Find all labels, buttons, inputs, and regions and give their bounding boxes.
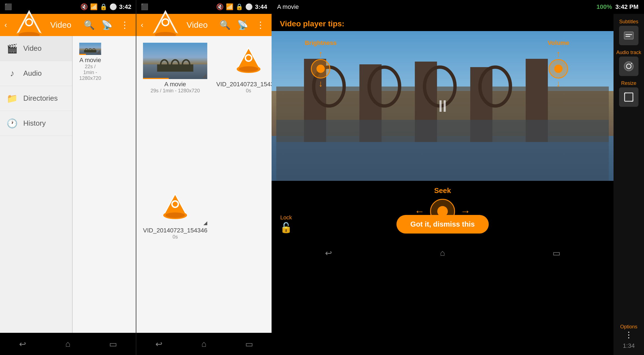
audio-track-icon [619, 57, 638, 76]
thumb-indicator-1 [96, 50, 100, 54]
player-status-time: 3:42 PM [615, 3, 638, 11]
audio-track-label: Audio track [616, 50, 641, 55]
player-video-area[interactable]: ⏸ Brightness ↑ ↓ Volume [272, 31, 614, 181]
volume-tip: Volume ↑ ↓ [548, 39, 569, 89]
status-icons-left-2: ⬛ [141, 3, 148, 11]
vlc-cone-thumb-p2-3 [143, 189, 207, 225]
history-nav-icon: 🕐 [7, 118, 18, 129]
player-status-bar: A movie 100% 3:42 PM [272, 0, 644, 14]
player-controls-right: Subtitles Audio track [614, 14, 644, 355]
sidebar-item-audio[interactable]: ♪ Audio [0, 61, 72, 86]
search-button-2[interactable]: 🔍 [218, 18, 232, 32]
dismiss-button[interactable]: Got it, dismiss this [397, 215, 489, 234]
tips-header: Video player tips: [272, 14, 614, 31]
search-button-1[interactable]: 🔍 [83, 18, 96, 32]
recents-nav-1[interactable]: ▭ [102, 333, 124, 355]
screen-icon-2: ⬛ [141, 3, 148, 11]
svg-point-29 [165, 212, 185, 218]
video-thumb-1 [79, 43, 101, 55]
volume-up-arrow: ↑ [556, 49, 561, 59]
wifi-icon: 📶 [90, 3, 98, 11]
seek-section: Seek ← → Lock 🔓 Got it, dismiss this [272, 181, 614, 242]
svg-point-23 [239, 66, 258, 72]
video-card-p2-2[interactable]: VID_20140723_154322 0s [214, 40, 272, 182]
bridge-svg-p2-1 [143, 54, 207, 72]
audio-track-control[interactable]: Audio track [616, 50, 641, 76]
back-nav-3[interactable]: ↩ [318, 242, 340, 264]
volume-label: Volume [548, 39, 569, 47]
pause-overlay: ⏸ [434, 97, 451, 116]
subtitles-label: Subtitles [619, 19, 638, 25]
video-title-p2-2: VID_20140723_154322 [216, 81, 272, 88]
sidebar-item-history[interactable]: 🕐 History [0, 111, 72, 136]
brightness-down-arrow: ↓ [318, 78, 323, 89]
brightness-up-arrow: ↑ [318, 49, 323, 59]
panel1-video-content: A movie 22s / 1min - 1280x720 [73, 36, 136, 333]
app-bar-2: ‹ Video 🔍 📡 ⋮ [136, 14, 272, 36]
thumb-indicator-p2-1 [202, 74, 206, 78]
panel2-phone: ⬛ 🔇 📶 🔒 ⚪ 3:44 ‹ Video 🔍 📡 ⋮ [136, 0, 272, 355]
recents-nav-2[interactable]: ▭ [238, 333, 260, 355]
recents-nav-3[interactable]: ▭ [545, 242, 568, 264]
video-card-p2-3[interactable]: VID_20140723_154346 0s [141, 187, 209, 328]
status-icons-right-1: 🔇 📶 🔒 ⚪ 3:42 [80, 3, 131, 11]
panel1-video-grid: A movie 22s / 1min - 1280x720 [73, 36, 136, 88]
battery-percentage: 100% [597, 3, 612, 11]
app-bar-1: ‹ Video 🔍 📡 ⋮ [0, 14, 136, 36]
sidebar-item-directories[interactable]: 📁 Directories [0, 86, 72, 111]
home-nav-2[interactable]: ⌂ [193, 333, 215, 355]
audio-track-svg [623, 61, 634, 72]
back-nav-2[interactable]: ↩ [148, 333, 170, 355]
resize-control[interactable]: Resize [619, 80, 638, 107]
resize-label: Resize [621, 80, 636, 86]
volume-knob [549, 59, 568, 78]
svg-point-31 [173, 202, 178, 207]
subtitles-icon [619, 26, 638, 45]
vlc-cone-thumb-p2-2 [216, 43, 272, 79]
battery-icon: ⚪ [109, 3, 117, 11]
video-meta-p2-2: 0s [246, 88, 251, 94]
subtitles-control[interactable]: Subtitles [619, 19, 638, 45]
options-dots-icon[interactable]: ⋮ [625, 330, 633, 339]
brightness-tip: Brightness ↑ ↓ [305, 39, 337, 89]
directories-nav-icon: 📁 [7, 93, 18, 104]
player-status-right: 100% 3:42 PM [597, 3, 638, 11]
status-time-1: 3:42 [119, 3, 131, 11]
svg-point-5 [27, 20, 32, 25]
video-title-1: A movie [79, 57, 101, 64]
panel1-phone: ⬛ 🔇 📶 🔒 ⚪ 3:42 ‹ Video 🔍 📡 ⋮ [0, 0, 136, 355]
nav-bar-1: ↩ ⌂ ▭ [0, 333, 136, 355]
status-icons-left-1: ⬛ [4, 3, 12, 11]
resize-svg [623, 92, 634, 103]
sidebar-directories-label: Directories [23, 94, 58, 103]
sidebar-audio-label: Audio [23, 69, 42, 78]
battery-icon-2: ⚪ [245, 3, 253, 11]
video-card-p2-1[interactable]: A movie 29s / 1min - 1280x720 [141, 40, 209, 182]
thumb-indicator-p2-3 [203, 221, 207, 225]
sidebar-video-label: Video [23, 44, 42, 53]
home-nav-1[interactable]: ⌂ [57, 333, 79, 355]
sidebar-item-video[interactable]: 🎬 Video [0, 36, 72, 61]
brightness-label: Brightness [305, 39, 337, 47]
menu-button-1[interactable]: ⋮ [118, 18, 131, 32]
svg-point-25 [246, 55, 251, 60]
player-main: Video player tips: [272, 14, 614, 355]
menu-button-2[interactable]: ⋮ [254, 18, 267, 32]
svg-point-15 [163, 20, 168, 25]
video-card-1[interactable]: A movie 22s / 1min - 1280x720 [77, 40, 103, 83]
player-body: Video player tips: [272, 14, 644, 355]
status-icons-right-2: 🔇 📶 🔒 ⚪ 3:44 [216, 3, 267, 11]
cast-button-1[interactable]: 📡 [100, 18, 114, 32]
subtitles-svg [623, 30, 634, 41]
svg-point-46 [624, 62, 633, 71]
home-nav-3[interactable]: ⌂ [431, 242, 454, 264]
video-nav-icon: 🎬 [7, 43, 18, 54]
lock-icon: 🔒 [100, 3, 107, 11]
video-meta-p2-1: 29s / 1min - 1280x720 [150, 88, 200, 94]
brightness-control: ↑ ↓ [311, 49, 330, 89]
back-button-1[interactable]: ‹ [4, 21, 7, 29]
back-nav-1[interactable]: ↩ [12, 333, 34, 355]
panel1-body: 🎬 Video ♪ Audio 📁 Directories 🕐 History [0, 36, 136, 333]
cast-button-2[interactable]: 📡 [236, 18, 249, 32]
back-button-2[interactable]: ‹ [141, 21, 143, 29]
